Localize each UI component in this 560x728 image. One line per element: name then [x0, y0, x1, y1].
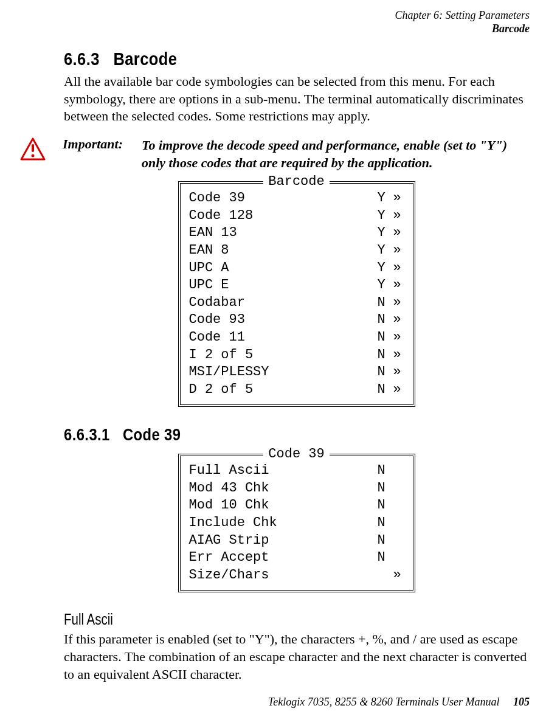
important-note: Important: To improve the decode speed a…: [20, 136, 529, 172]
section-heading-barcode: 6.6.3 Barcode: [64, 49, 459, 69]
menu-item[interactable]: EAN 8Y»: [189, 242, 404, 260]
submenu-icon: »: [393, 224, 404, 242]
submenu-icon: »: [393, 190, 404, 207]
warning-icon: [20, 137, 46, 161]
important-text: To improve the decode speed and performa…: [142, 136, 529, 172]
submenu-icon: [393, 497, 404, 515]
submenu-icon: »: [393, 260, 404, 277]
submenu-icon: »: [393, 567, 404, 584]
barcode-intro-paragraph: All the available bar code symbologies c…: [64, 73, 529, 125]
menu-item[interactable]: UPC AY»: [189, 260, 404, 277]
menu-item[interactable]: Code 93N»: [189, 311, 404, 329]
submenu-icon: »: [393, 347, 404, 364]
menu-item[interactable]: Mod 43 ChkN: [189, 480, 404, 497]
menu-item[interactable]: Err AcceptN: [189, 549, 404, 567]
menu-item[interactable]: UPC EY»: [189, 277, 404, 294]
submenu-icon: »: [393, 242, 404, 260]
page-footer: Teklogix 7035, 8255 & 8260 Terminals Use…: [268, 696, 530, 709]
menu-item[interactable]: Include ChkN: [189, 515, 404, 532]
menu-item[interactable]: Mod 10 ChkN: [189, 497, 404, 515]
running-header: Chapter 6: Setting Parameters Barcode: [395, 9, 530, 35]
submenu-icon: »: [393, 294, 404, 312]
submenu-icon: »: [393, 207, 404, 225]
submenu-icon: [393, 462, 404, 480]
barcode-menu-title: Barcode: [263, 174, 329, 189]
submenu-icon: »: [393, 364, 404, 381]
code39-menu: Code 39 Full AsciiN Mod 43 ChkN Mod 10 C…: [178, 454, 415, 592]
chapter-label: Chapter 6: Setting Parameters: [395, 9, 530, 23]
submenu-icon: »: [393, 311, 404, 329]
submenu-icon: »: [393, 381, 404, 399]
submenu-icon: [393, 549, 404, 567]
code39-menu-title: Code 39: [263, 446, 329, 462]
menu-item[interactable]: Code 11N»: [189, 329, 404, 347]
footer-text: Teklogix 7035, 8255 & 8260 Terminals Use…: [268, 696, 500, 708]
submenu-icon: [393, 480, 404, 497]
menu-item[interactable]: EAN 13Y»: [189, 224, 404, 242]
important-label: Important:: [63, 136, 142, 152]
menu-item[interactable]: Full AsciiN: [189, 462, 404, 480]
menu-item[interactable]: Code 128Y»: [189, 207, 404, 225]
menu-item[interactable]: AIAG StripN: [189, 532, 404, 550]
menu-item[interactable]: MSI/PLESSYN»: [189, 364, 404, 381]
submenu-icon: [393, 515, 404, 532]
section-heading-code39: 6.6.3.1 Code 39: [64, 425, 459, 445]
svg-rect-1: [32, 144, 34, 152]
menu-item[interactable]: Size/Chars»: [189, 567, 404, 584]
svg-point-2: [32, 154, 35, 157]
menu-item[interactable]: Code 39Y»: [189, 190, 404, 207]
barcode-menu: Barcode Code 39Y» Code 128Y» EAN 13Y» EA…: [178, 181, 415, 407]
page-number: 105: [513, 696, 530, 708]
full-ascii-heading: Full Ascii: [64, 611, 445, 628]
section-label: Barcode: [395, 23, 530, 36]
menu-item[interactable]: D 2 of 5N»: [189, 381, 404, 399]
submenu-icon: »: [393, 329, 404, 347]
submenu-icon: »: [393, 277, 404, 294]
menu-item[interactable]: I 2 of 5N»: [189, 347, 404, 364]
menu-item[interactable]: CodabarN»: [189, 294, 404, 312]
full-ascii-paragraph: If this parameter is enabled (set to "Y"…: [64, 631, 529, 683]
submenu-icon: [393, 532, 404, 550]
